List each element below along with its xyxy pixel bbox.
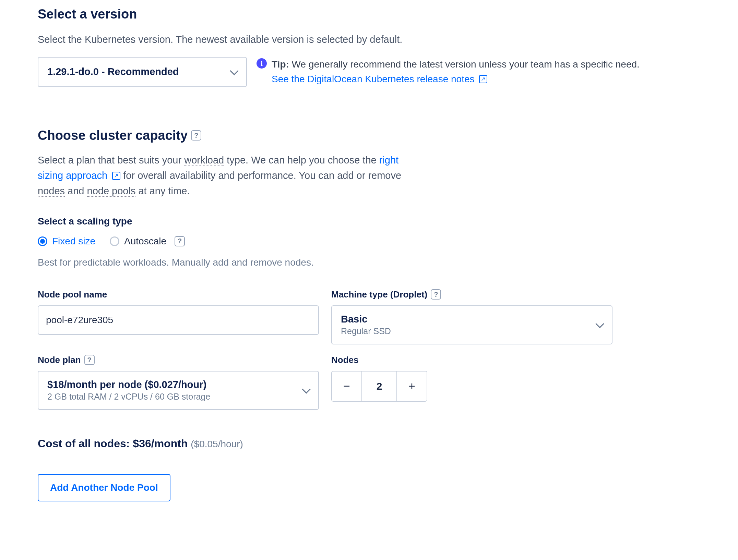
- version-tip: i Tip: We generally recommend the latest…: [257, 57, 700, 87]
- scaling-fixed-radio[interactable]: Fixed size: [38, 236, 95, 247]
- help-icon[interactable]: ?: [175, 236, 185, 246]
- chevron-down-icon: [595, 319, 604, 328]
- machine-type-label: Machine type (Droplet) ?: [331, 289, 612, 300]
- help-icon[interactable]: ?: [431, 289, 441, 300]
- nodes-count-value: 2: [361, 372, 397, 401]
- machine-type-select[interactable]: Basic Regular SSD: [331, 305, 612, 344]
- nodes-term[interactable]: nodes: [38, 185, 65, 197]
- radio-selected-icon: [38, 236, 47, 246]
- radio-unselected-icon: [110, 236, 119, 246]
- nodes-increment-button[interactable]: +: [397, 372, 427, 401]
- nodes-decrement-button[interactable]: −: [332, 372, 361, 401]
- scaling-type-label: Select a scaling type: [38, 216, 700, 227]
- version-select[interactable]: 1.29.1-do.0 - Recommended: [38, 57, 247, 87]
- scaling-note: Best for predictable workloads. Manually…: [38, 257, 700, 268]
- capacity-description: Select a plan that best suits your workl…: [38, 153, 422, 199]
- scaling-autoscale-radio[interactable]: Autoscale ?: [110, 236, 185, 247]
- external-link-icon: [479, 75, 487, 83]
- nodes-stepper: − 2 +: [331, 371, 427, 402]
- add-node-pool-button[interactable]: Add Another Node Pool: [38, 474, 170, 501]
- version-heading: Select a version: [38, 7, 700, 22]
- tip-label: Tip:: [272, 59, 289, 70]
- chevron-down-icon: [230, 66, 238, 75]
- version-selected-value: 1.29.1-do.0 - Recommended: [47, 66, 179, 77]
- info-icon: i: [257, 58, 267, 69]
- tip-text: We generally recommend the latest versio…: [292, 59, 640, 70]
- help-icon[interactable]: ?: [191, 130, 201, 141]
- help-icon[interactable]: ?: [84, 355, 95, 365]
- version-description: Select the Kubernetes version. The newes…: [38, 32, 700, 47]
- chevron-down-icon: [302, 385, 310, 393]
- nodepool-name-label: Node pool name: [38, 289, 319, 300]
- capacity-heading: Choose cluster capacity ?: [38, 128, 700, 143]
- workload-term[interactable]: workload: [184, 155, 224, 166]
- node-plan-select[interactable]: $18/month per node ($0.027/hour) 2 GB to…: [38, 371, 319, 410]
- external-link-icon: [112, 172, 120, 180]
- node-plan-label: Node plan ?: [38, 355, 319, 365]
- cost-summary: Cost of all nodes: $36/month ($0.05/hour…: [38, 437, 700, 450]
- release-notes-link[interactable]: See the DigitalOcean Kubernetes release …: [272, 74, 487, 84]
- nodes-count-label: Nodes: [331, 355, 612, 365]
- nodepools-term[interactable]: node pools: [87, 185, 136, 197]
- nodepool-name-input[interactable]: [38, 305, 319, 335]
